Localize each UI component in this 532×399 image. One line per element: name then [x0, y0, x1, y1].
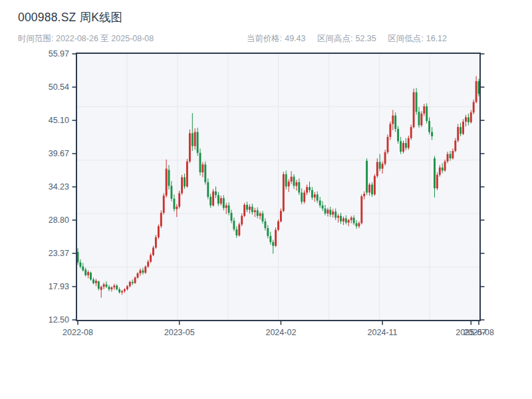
candle	[204, 162, 206, 185]
y-axis-label: 50.54	[49, 82, 69, 92]
kline-page: 000988.SZ 周K线图 时间范围: 2022-08-26 至 2025-0…	[0, 0, 532, 399]
candle	[387, 134, 389, 154]
candle	[212, 189, 214, 207]
y-axis-label: 34.23	[49, 182, 69, 192]
y-axis-label: 28.80	[49, 215, 69, 225]
candle	[238, 223, 240, 237]
candle	[186, 159, 188, 188]
x-axis-label: 2023-05	[164, 328, 195, 337]
candle	[360, 194, 362, 224]
candle	[366, 158, 368, 195]
y-axis-label: 23.37	[49, 249, 69, 258]
x-axis-label: 2024-11	[368, 328, 398, 337]
candle	[243, 203, 245, 217]
candle	[158, 225, 160, 239]
candle	[178, 191, 180, 209]
candle	[436, 172, 438, 190]
candle	[413, 88, 415, 128]
x-axis-label: 2025-08	[464, 328, 494, 337]
y-axis-label: 55.97	[49, 49, 69, 59]
y-axis-label: 17.93	[49, 282, 69, 291]
y-axis-label: 12.50	[49, 315, 69, 325]
kline-chart: 12.5017.9323.3728.8034.2339.6745.1050.54…	[0, 0, 532, 359]
candle	[275, 227, 277, 247]
y-axis-label: 45.10	[49, 116, 69, 125]
candle	[144, 265, 146, 274]
candle	[163, 194, 165, 215]
candle	[90, 271, 92, 281]
candle	[283, 172, 285, 212]
candle	[374, 174, 376, 196]
y-axis-label: 39.67	[49, 149, 69, 158]
candle	[189, 130, 191, 164]
x-axis-label: 2024-02	[265, 328, 296, 337]
candle	[181, 175, 183, 195]
candle	[160, 210, 162, 228]
x-axis-label: 2022-08	[63, 328, 93, 337]
